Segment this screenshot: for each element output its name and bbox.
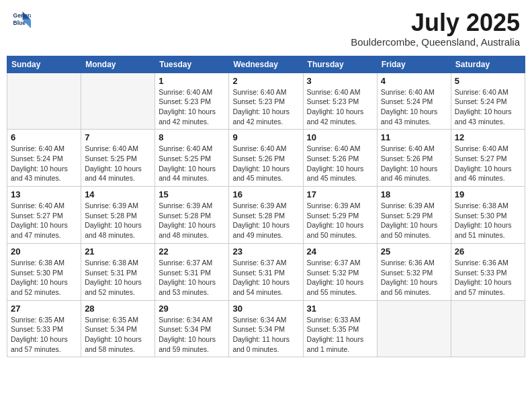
day-number: 12 bbox=[455, 132, 521, 142]
calendar-day-cell: 4Sunrise: 6:40 AM Sunset: 5:24 PM Daylig… bbox=[377, 73, 451, 130]
header-friday: Friday bbox=[377, 56, 451, 73]
calendar-day-cell: 1Sunrise: 6:40 AM Sunset: 5:23 PM Daylig… bbox=[155, 73, 229, 130]
calendar-day-cell: 21Sunrise: 6:38 AM Sunset: 5:31 PM Dayli… bbox=[81, 243, 155, 300]
logo: General Blue bbox=[12, 9, 32, 28]
day-info: Sunrise: 6:38 AM Sunset: 5:31 PM Dayligh… bbox=[85, 258, 151, 298]
day-number: 23 bbox=[232, 246, 299, 257]
day-info: Sunrise: 6:40 AM Sunset: 5:26 PM Dayligh… bbox=[381, 144, 447, 183]
day-info: Sunrise: 6:40 AM Sunset: 5:25 PM Dayligh… bbox=[85, 144, 151, 183]
day-number: 16 bbox=[232, 189, 299, 199]
day-number: 7 bbox=[85, 132, 151, 142]
day-info: Sunrise: 6:39 AM Sunset: 5:28 PM Dayligh… bbox=[85, 201, 151, 240]
day-info: Sunrise: 6:36 AM Sunset: 5:32 PM Dayligh… bbox=[381, 258, 447, 298]
page-header: General Blue July 2025 Bouldercombe, Que… bbox=[7, 7, 525, 50]
day-info: Sunrise: 6:37 AM Sunset: 5:32 PM Dayligh… bbox=[307, 258, 373, 298]
calendar-day-cell: 31Sunrise: 6:33 AM Sunset: 5:35 PM Dayli… bbox=[303, 300, 377, 357]
calendar-day-cell: 16Sunrise: 6:39 AM Sunset: 5:28 PM Dayli… bbox=[229, 187, 303, 244]
calendar-week-row: 6Sunrise: 6:40 AM Sunset: 5:24 PM Daylig… bbox=[7, 130, 525, 187]
header-tuesday: Tuesday bbox=[155, 56, 229, 73]
day-number: 14 bbox=[85, 189, 151, 199]
calendar-day-cell: 20Sunrise: 6:38 AM Sunset: 5:30 PM Dayli… bbox=[7, 243, 81, 300]
day-number: 21 bbox=[85, 246, 151, 257]
day-info: Sunrise: 6:39 AM Sunset: 5:29 PM Dayligh… bbox=[307, 201, 373, 240]
day-number: 11 bbox=[381, 132, 447, 142]
calendar-header-row: Sunday Monday Tuesday Wednesday Thursday… bbox=[7, 56, 525, 73]
calendar-day-cell: 8Sunrise: 6:40 AM Sunset: 5:25 PM Daylig… bbox=[155, 130, 229, 187]
calendar-week-row: 20Sunrise: 6:38 AM Sunset: 5:30 PM Dayli… bbox=[7, 243, 525, 300]
calendar-week-row: 1Sunrise: 6:40 AM Sunset: 5:23 PM Daylig… bbox=[7, 73, 525, 130]
calendar-table: Sunday Monday Tuesday Wednesday Thursday… bbox=[7, 56, 525, 358]
day-info: Sunrise: 6:40 AM Sunset: 5:23 PM Dayligh… bbox=[159, 87, 225, 127]
calendar-day-cell: 9Sunrise: 6:40 AM Sunset: 5:26 PM Daylig… bbox=[229, 130, 303, 187]
calendar-day-cell bbox=[7, 73, 81, 130]
calendar-day-cell: 12Sunrise: 6:40 AM Sunset: 5:27 PM Dayli… bbox=[451, 130, 525, 187]
day-info: Sunrise: 6:40 AM Sunset: 5:26 PM Dayligh… bbox=[307, 144, 373, 183]
calendar-day-cell bbox=[451, 300, 525, 357]
day-number: 29 bbox=[159, 304, 225, 314]
header-saturday: Saturday bbox=[451, 56, 525, 73]
day-number: 10 bbox=[307, 132, 373, 142]
calendar-day-cell: 14Sunrise: 6:39 AM Sunset: 5:28 PM Dayli… bbox=[81, 187, 155, 244]
header-sunday: Sunday bbox=[7, 56, 81, 73]
calendar-day-cell: 25Sunrise: 6:36 AM Sunset: 5:32 PM Dayli… bbox=[377, 243, 451, 300]
day-number: 2 bbox=[232, 76, 299, 86]
svg-text:Blue: Blue bbox=[13, 19, 26, 26]
day-number: 20 bbox=[11, 246, 77, 257]
day-info: Sunrise: 6:40 AM Sunset: 5:27 PM Dayligh… bbox=[455, 144, 521, 183]
day-info: Sunrise: 6:40 AM Sunset: 5:23 PM Dayligh… bbox=[307, 87, 373, 127]
day-number: 13 bbox=[11, 189, 77, 199]
calendar-day-cell: 10Sunrise: 6:40 AM Sunset: 5:26 PM Dayli… bbox=[303, 130, 377, 187]
day-number: 8 bbox=[159, 132, 225, 142]
calendar-day-cell: 24Sunrise: 6:37 AM Sunset: 5:32 PM Dayli… bbox=[303, 243, 377, 300]
calendar-day-cell: 13Sunrise: 6:40 AM Sunset: 5:27 PM Dayli… bbox=[7, 187, 81, 244]
calendar-day-cell: 6Sunrise: 6:40 AM Sunset: 5:24 PM Daylig… bbox=[7, 130, 81, 187]
day-info: Sunrise: 6:35 AM Sunset: 5:34 PM Dayligh… bbox=[85, 315, 151, 355]
day-number: 4 bbox=[381, 76, 447, 86]
day-info: Sunrise: 6:36 AM Sunset: 5:33 PM Dayligh… bbox=[455, 258, 521, 298]
header-wednesday: Wednesday bbox=[229, 56, 303, 73]
location-subtitle: Bouldercombe, Queensland, Australia bbox=[351, 36, 520, 48]
day-number: 30 bbox=[232, 304, 299, 314]
day-number: 6 bbox=[11, 132, 77, 142]
month-year-title: July 2025 bbox=[351, 9, 520, 36]
day-number: 24 bbox=[307, 246, 373, 257]
day-info: Sunrise: 6:40 AM Sunset: 5:27 PM Dayligh… bbox=[11, 201, 77, 240]
calendar-day-cell: 5Sunrise: 6:40 AM Sunset: 5:24 PM Daylig… bbox=[451, 73, 525, 130]
day-info: Sunrise: 6:39 AM Sunset: 5:28 PM Dayligh… bbox=[159, 201, 225, 240]
calendar-week-row: 13Sunrise: 6:40 AM Sunset: 5:27 PM Dayli… bbox=[7, 187, 525, 244]
day-info: Sunrise: 6:37 AM Sunset: 5:31 PM Dayligh… bbox=[232, 258, 299, 298]
day-number: 19 bbox=[455, 189, 521, 199]
calendar-day-cell: 3Sunrise: 6:40 AM Sunset: 5:23 PM Daylig… bbox=[303, 73, 377, 130]
calendar-day-cell: 2Sunrise: 6:40 AM Sunset: 5:23 PM Daylig… bbox=[229, 73, 303, 130]
day-info: Sunrise: 6:39 AM Sunset: 5:28 PM Dayligh… bbox=[232, 201, 299, 240]
calendar-day-cell: 17Sunrise: 6:39 AM Sunset: 5:29 PM Dayli… bbox=[303, 187, 377, 244]
svg-text:General: General bbox=[13, 12, 31, 19]
day-number: 22 bbox=[159, 246, 225, 257]
day-number: 9 bbox=[232, 132, 299, 142]
day-number: 15 bbox=[159, 189, 225, 199]
day-info: Sunrise: 6:40 AM Sunset: 5:23 PM Dayligh… bbox=[232, 87, 299, 127]
day-number: 5 bbox=[455, 76, 521, 86]
calendar-day-cell: 15Sunrise: 6:39 AM Sunset: 5:28 PM Dayli… bbox=[155, 187, 229, 244]
calendar-day-cell: 26Sunrise: 6:36 AM Sunset: 5:33 PM Dayli… bbox=[451, 243, 525, 300]
title-block: July 2025 Bouldercombe, Queensland, Aust… bbox=[351, 9, 520, 48]
calendar-day-cell: 7Sunrise: 6:40 AM Sunset: 5:25 PM Daylig… bbox=[81, 130, 155, 187]
day-info: Sunrise: 6:40 AM Sunset: 5:26 PM Dayligh… bbox=[232, 144, 299, 183]
day-info: Sunrise: 6:34 AM Sunset: 5:34 PM Dayligh… bbox=[159, 315, 225, 355]
day-info: Sunrise: 6:38 AM Sunset: 5:30 PM Dayligh… bbox=[455, 201, 521, 240]
calendar-day-cell: 23Sunrise: 6:37 AM Sunset: 5:31 PM Dayli… bbox=[229, 243, 303, 300]
calendar-week-row: 27Sunrise: 6:35 AM Sunset: 5:33 PM Dayli… bbox=[7, 300, 525, 357]
day-info: Sunrise: 6:35 AM Sunset: 5:33 PM Dayligh… bbox=[11, 315, 77, 355]
day-info: Sunrise: 6:38 AM Sunset: 5:30 PM Dayligh… bbox=[11, 258, 77, 298]
header-thursday: Thursday bbox=[303, 56, 377, 73]
calendar-day-cell bbox=[81, 73, 155, 130]
calendar-day-cell: 18Sunrise: 6:39 AM Sunset: 5:29 PM Dayli… bbox=[377, 187, 451, 244]
day-number: 3 bbox=[307, 76, 373, 86]
day-number: 18 bbox=[381, 189, 447, 199]
day-info: Sunrise: 6:33 AM Sunset: 5:35 PM Dayligh… bbox=[307, 315, 373, 355]
calendar-day-cell bbox=[377, 300, 451, 357]
day-number: 25 bbox=[381, 246, 447, 257]
day-info: Sunrise: 6:40 AM Sunset: 5:25 PM Dayligh… bbox=[159, 144, 225, 183]
calendar-day-cell: 30Sunrise: 6:34 AM Sunset: 5:34 PM Dayli… bbox=[229, 300, 303, 357]
day-number: 1 bbox=[159, 76, 225, 86]
